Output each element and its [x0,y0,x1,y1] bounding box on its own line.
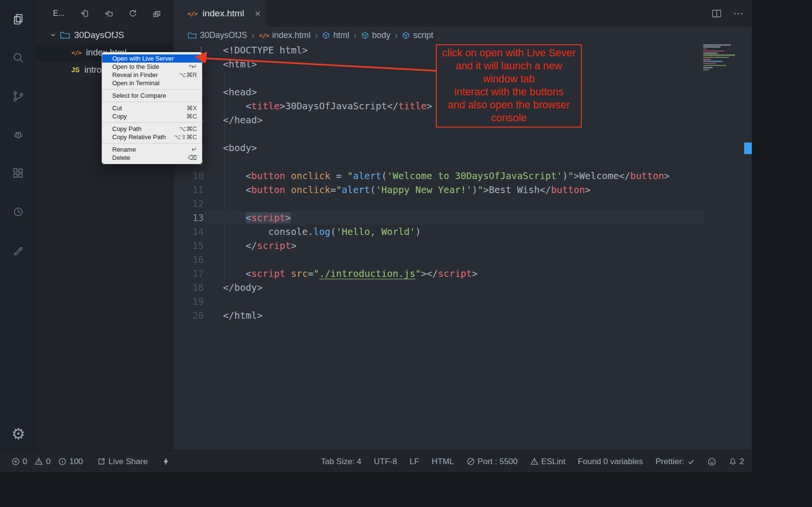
menu-item-open-to-the-side[interactable]: Open to the Side^↵ [102,63,202,71]
html-file-icon: </> [71,49,81,56]
menu-item-open-with-live-server[interactable]: Open with Live Server [102,54,202,63]
menu-item-open-in-terminal[interactable]: Open in Terminal [102,79,202,87]
split-editor-icon[interactable] [712,9,721,18]
status-notifications[interactable]: 2 [729,457,744,467]
code-line-13[interactable]: 13 <script> [173,211,752,225]
files-icon [12,13,25,26]
activity-debug[interactable] [0,116,37,154]
code-line-12[interactable]: 12 [173,197,752,211]
code-line-14[interactable]: 14 console.log('Hello, World') [173,225,752,239]
symbol-cube-icon [361,31,369,39]
activity-pen[interactable] [0,231,37,270]
code-line-10[interactable]: 10 <button onclick = "alert('Welcome to … [173,169,752,183]
menu-item-rename[interactable]: Rename↵ [102,145,202,154]
activity-search[interactable] [0,39,37,77]
breadcrumb-item-script[interactable]: script [402,30,433,40]
symbol-cube-icon [402,31,410,39]
annotation-line: and it will launch a new [438,60,580,73]
code-line-8[interactable]: 8<body> [173,141,752,155]
folder-icon [188,32,196,39]
status-text: Prettier: [655,457,684,467]
status-text: Live Share [108,457,147,467]
status-warnings[interactable]: 0 [35,457,50,467]
status-eol[interactable]: LF [409,457,419,467]
status-errors[interactable]: 0 [12,457,27,467]
collapse-all-icon[interactable] [153,9,161,17]
scrollbar-marker[interactable] [744,143,752,154]
status-text: Found 0 variables [578,457,643,467]
close-tab-icon[interactable]: × [255,8,261,19]
refresh-icon[interactable] [129,9,137,17]
editor-actions: ⋯ [712,0,744,27]
breadcrumb-item-file[interactable]: </> index.html [259,30,311,40]
annotation-box: click on open with Live Severand it will… [436,44,582,128]
code-line-19[interactable]: 19 [173,295,752,309]
breadcrumb-separator: › [393,30,398,40]
more-actions-icon[interactable]: ⋯ [733,7,744,20]
lightning-icon [162,457,170,466]
status-text: 0 [23,457,27,467]
code-line-15[interactable]: 15 </script> [173,239,752,253]
code-line-17[interactable]: 17 <script src="./introduction.js"></scr… [173,267,752,281]
settings-gear-icon[interactable]: ⚙ [12,426,26,442]
info-icon [58,457,66,466]
new-folder-icon[interactable] [105,9,113,17]
menu-item-select-for-compare[interactable]: Select for Compare [102,91,202,100]
code-line-9[interactable]: 9 [173,155,752,169]
status-text: LF [409,457,419,467]
code-line-16[interactable]: 16 [173,253,752,267]
menu-separator [102,89,202,90]
annotation-line: click on open with Live Sever [438,47,580,60]
status-prettier[interactable]: Prettier: [655,457,695,467]
breadcrumb-separator: › [314,30,319,40]
menu-item-copy[interactable]: Copy⌘C [102,112,202,120]
status-live-share[interactable]: Live Share [97,457,147,467]
code-line-7[interactable]: 7 [173,127,752,141]
minimap[interactable] [703,44,742,71]
status-text: UTF-8 [374,457,397,467]
menu-separator [102,143,202,143]
folder-icon [60,31,70,39]
status-tab-size[interactable]: Tab Size: 4 [321,457,361,467]
breadcrumb-item-body[interactable]: body [361,30,391,40]
menu-item-reveal-in-finder[interactable]: Reveal in Finder⌥⌘R [102,71,202,79]
extensions-icon [12,167,25,180]
status-eslint[interactable]: ESLint [530,457,565,467]
activity-source-control[interactable] [0,77,37,116]
code-line-20[interactable]: 20</html> [173,309,752,323]
status-text: 2 [740,457,744,467]
html-file-icon: </> [259,32,269,39]
activity-bar: ⚙ [0,0,37,450]
status-feedback[interactable] [707,457,716,466]
menu-item-delete[interactable]: Delete⌫ [102,154,202,162]
activity-clock[interactable] [0,193,37,231]
breadcrumb-item-folder[interactable]: 30DaysOfJS [188,30,247,40]
breadcrumb-item-html[interactable]: html [322,30,349,40]
search-icon [12,52,25,64]
status-port[interactable]: Port : 5500 [467,457,518,467]
warning-icon [35,457,43,466]
activity-explorer[interactable] [0,0,37,39]
warning-icon [530,457,538,466]
status-lightning[interactable] [162,457,170,466]
breadcrumb-separator: › [250,30,255,40]
smiley-icon [707,457,716,466]
code-line-11[interactable]: 11 <button onclick="alert('Happy New Yea… [173,183,752,197]
status-text: 100 [69,457,83,467]
status-text: HTML [432,457,454,467]
status-bar: 00100Live Share Tab Size: 4UTF-8LFHTMLPo… [0,450,752,472]
annotation-line: and also open the browser [438,99,580,112]
tab-index-html[interactable]: </> index.html × [173,0,268,27]
code-line-18[interactable]: 18</body> [173,281,752,295]
status-encoding[interactable]: UTF-8 [374,457,397,467]
activity-extensions[interactable] [0,154,37,193]
status-variables[interactable]: Found 0 variables [578,457,643,467]
menu-item-cut[interactable]: Cut⌘X [102,104,202,112]
menu-item-copy-path[interactable]: Copy Path⌥⌘C [102,125,202,133]
port-icon [467,457,475,466]
menu-item-copy-relative-path[interactable]: Copy Relative Path⌥⇧⌘C [102,133,202,141]
new-file-icon[interactable] [80,9,89,17]
tree-item-30daysofjs[interactable]: 30DaysOfJS [37,26,173,44]
status-info[interactable]: 100 [58,457,83,467]
status-language-mode[interactable]: HTML [432,457,454,467]
